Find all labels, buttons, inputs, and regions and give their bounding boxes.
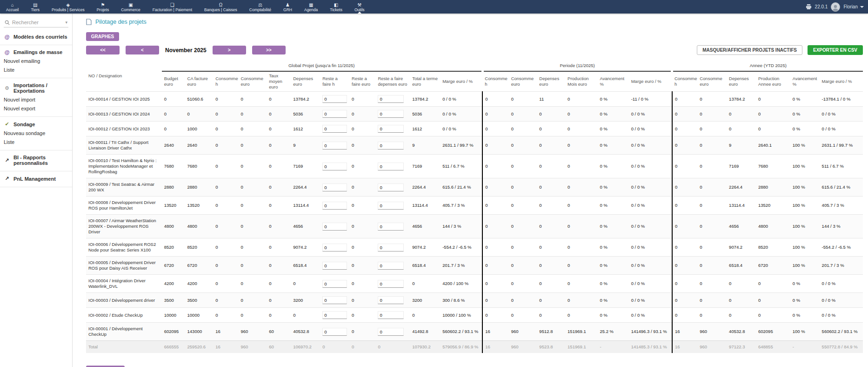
cell: 4800 (756, 215, 790, 238)
cell (320, 215, 349, 238)
print-icon[interactable] (806, 4, 812, 10)
toggle-inactive-projects-button[interactable]: MASQUER/AFFICHER PROJETS INACTIFS (697, 45, 802, 55)
reste-a-faire-depenses-input[interactable] (378, 280, 404, 288)
reste-a-faire-depenses-input[interactable] (378, 142, 404, 150)
reste-a-faire-depenses-input[interactable] (378, 244, 404, 251)
reste-a-faire-depenses-input[interactable] (378, 262, 404, 270)
reste-a-faire-h-input[interactable] (322, 163, 347, 170)
month-last-button[interactable]: >> (252, 46, 286, 54)
sidebar-link-nouvel-import[interactable]: Nouvel import (3, 95, 69, 104)
reste-a-faire-h-input[interactable] (322, 110, 347, 118)
reste-a-faire-depenses-input[interactable] (378, 110, 404, 118)
reste-a-faire-h-input[interactable] (322, 311, 347, 319)
cell: 0 % (597, 178, 628, 197)
cell: 550772.8 / 84.9 % (820, 341, 863, 353)
sidebar-item-emailings-de-masse[interactable]: @ Emailings de masse (3, 48, 69, 56)
search-input[interactable] (12, 20, 63, 25)
nav-item-agenda[interactable]: ▦ Agenda (298, 0, 324, 14)
sidebar-item-bi-rapports-personnalis-s[interactable]: ↗ BI - Rapports personnalisés (3, 154, 69, 167)
cell (375, 238, 410, 257)
cell: 5036 (291, 107, 320, 122)
reste-a-faire-h-input[interactable] (322, 262, 347, 270)
reste-a-faire-depenses-input[interactable] (378, 328, 404, 336)
cell: 0 (238, 92, 267, 107)
sidebar-link-nouvel-emailing[interactable]: Nouvel emailing (3, 56, 69, 65)
nav-item-banques-caisses[interactable]: Ω Banques | Caisses (198, 0, 243, 14)
month-next-button[interactable]: > (213, 46, 246, 54)
reste-a-faire-h-input[interactable] (322, 202, 347, 210)
reste-a-faire-h-input[interactable] (322, 125, 347, 133)
sidebar-link-nouvel-export[interactable]: Nouvel export (3, 104, 69, 113)
nav-item-facturation-paiement[interactable]: ❑ Facturation | Paiement (147, 0, 198, 14)
reste-a-faire-depenses-input[interactable] (378, 95, 404, 103)
reste-a-faire-h-input[interactable] (322, 223, 347, 231)
nav-item-produits-services[interactable]: ◈ Produits | Services (46, 0, 91, 14)
sidebar-link-liste[interactable]: Liste (3, 137, 69, 146)
reste-a-faire-h-input[interactable] (322, 142, 347, 150)
cell: 960 (697, 341, 727, 353)
reste-a-faire-h-input[interactable] (322, 296, 347, 304)
cell: 0 (537, 122, 565, 136)
cell (375, 178, 410, 197)
nav-item-grh[interactable]: ♟ GRH (277, 0, 298, 14)
cell: 4200 (185, 275, 214, 293)
cell: 0 (238, 215, 267, 238)
avatar[interactable] (831, 2, 840, 12)
search-dropdown-caret-icon[interactable]: ▾ (65, 20, 67, 25)
cell: 0 % (597, 293, 628, 308)
cell (375, 122, 410, 136)
nav-item-commerce[interactable]: ▣ Commerce (115, 0, 147, 14)
nav-item-outils[interactable]: ⚒ Outils (348, 0, 371, 14)
month-prev-button[interactable]: < (126, 46, 159, 54)
cell: 0 (349, 107, 375, 122)
month-first-button[interactable]: << (86, 46, 120, 54)
cell: 560602.2 / 93.1 % (820, 323, 863, 341)
reste-a-faire-depenses-input[interactable] (378, 296, 404, 304)
reste-a-faire-h-input[interactable] (322, 184, 347, 191)
reste-a-faire-h-input[interactable] (322, 95, 347, 103)
export-csv-button[interactable]: EXPORTER EN CSV (808, 45, 863, 55)
reste-a-faire-depenses-input[interactable] (378, 125, 404, 133)
cell: 0 (727, 122, 756, 136)
project-name: IOI-00002 / Etude CheckUp (86, 308, 162, 323)
cell (375, 136, 410, 155)
sidebar-item-sondage[interactable]: ✔ Sondage (3, 120, 69, 129)
cell: 0 (267, 92, 291, 107)
table-row: IOI-00007 / Airmar WeatherStation 200WX … (86, 215, 863, 238)
cell: 107930.2 (410, 341, 440, 353)
sidebar-link-liste[interactable]: Liste (3, 65, 69, 74)
cell: 9074.2 (727, 238, 756, 257)
sidebar-item-importations-exportations[interactable]: ⚙ Importations / Exportations (3, 82, 69, 95)
reste-a-faire-depenses-input[interactable] (378, 184, 404, 191)
reste-a-faire-h-input[interactable] (322, 244, 347, 251)
cell: 3200 (410, 293, 440, 308)
reste-a-faire-depenses-input[interactable] (378, 311, 404, 319)
user-menu[interactable]: Florian (843, 4, 864, 9)
cell: 0 (213, 308, 238, 323)
cell: 0 (482, 155, 508, 178)
cell: 259520.6 (185, 341, 214, 353)
cell: 11 (537, 92, 565, 107)
reste-a-faire-h-input[interactable] (322, 280, 347, 288)
nav-item-accueil[interactable]: ⌂ Accueil (0, 0, 25, 14)
cell: 40532.8 (727, 323, 756, 341)
col-header: Reste a faire euro (349, 71, 375, 92)
nav-item-tickets[interactable]: ◧ Tickets (324, 0, 348, 14)
sidebar-item-mod-les-des-courriels[interactable]: @ Modèles des courriels (3, 33, 69, 41)
reste-a-faire-depenses-input[interactable] (378, 163, 404, 170)
reste-a-faire-depenses-input[interactable] (378, 202, 404, 210)
cell: 0 (672, 136, 697, 155)
sidebar-link-nouveau-sondage[interactable]: Nouveau sondage (3, 129, 69, 137)
invoice-icon: ❑ (170, 2, 174, 7)
cell: 0 (672, 308, 697, 323)
cell: 0 (537, 197, 565, 215)
reste-a-faire-h-input[interactable] (322, 328, 347, 336)
nav-item-comptabilit[interactable]: ⚖ Comptabilité (243, 0, 277, 14)
sidebar-item-pnl-management[interactable]: ↗ PnL Management (3, 175, 69, 183)
cell: 40532.8 (291, 323, 320, 341)
cell: 0 (537, 215, 565, 238)
graphs-button[interactable]: GRAPHES (86, 32, 119, 41)
nav-item-projets[interactable]: ⚑ Projets (91, 0, 115, 14)
reste-a-faire-depenses-input[interactable] (378, 223, 404, 231)
nav-item-tiers[interactable]: ▤ Tiers (25, 0, 46, 14)
